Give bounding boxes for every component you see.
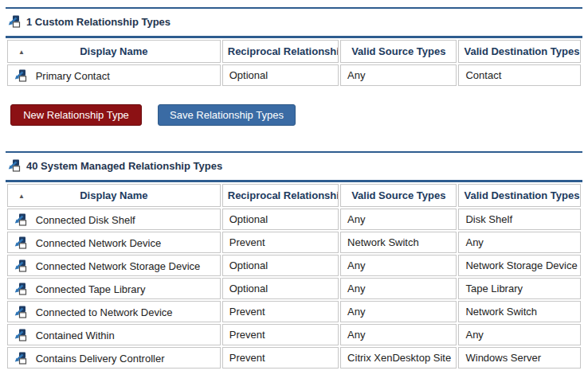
destination-types-cell[interactable]: Any [458, 232, 581, 253]
column-header-display-name[interactable]: ▲ Display Name [7, 184, 221, 207]
destination-types-cell[interactable]: Contact [458, 64, 581, 86]
section-custom-relationship-types: 1 Custom Relationship Types ▲ Display Na… [6, 7, 582, 126]
table-row[interactable]: Connected to Network Device Prevent Any … [7, 301, 581, 322]
section-title-label: 40 System Managed Relationship Types [26, 160, 222, 172]
table-row[interactable]: Contains Delivery Controller Prevent Cit… [7, 347, 581, 369]
relationship-icon [14, 283, 27, 295]
relationship-icon [8, 15, 21, 28]
display-name-cell[interactable]: Connected to Network Device [7, 301, 221, 322]
system-managed-relationship-grid: ▲ Display Name Reciprocal Relationship V… [6, 180, 582, 370]
reciprocal-cell[interactable]: Prevent [222, 324, 339, 345]
source-types-cell[interactable]: Citrix XenDesktop Site [340, 347, 457, 369]
relationship-icon [14, 236, 27, 249]
display-name-cell[interactable]: Contained Within [7, 324, 221, 345]
custom-relationship-grid: ▲ Display Name Reciprocal Relationship V… [6, 36, 582, 88]
column-header-valid-destination-types[interactable]: Valid Destination Types [458, 40, 581, 63]
reciprocal-cell[interactable]: Optional [222, 209, 339, 230]
relationship-types-page: 1 Custom Relationship Types ▲ Display Na… [0, 0, 588, 370]
destination-types-cell[interactable]: Tape Library [458, 278, 581, 299]
display-name-cell[interactable]: Connected Network Storage Device [7, 255, 221, 276]
section-divider [6, 7, 582, 9]
source-types-cell[interactable]: Any [340, 209, 457, 230]
new-relationship-type-button[interactable]: New Relationship Type [10, 104, 142, 126]
sort-ascending-icon: ▲ [18, 192, 25, 199]
source-types-cell[interactable]: Any [340, 255, 457, 276]
display-name-cell[interactable]: Connected Disk Shelf [7, 209, 221, 230]
section-system-managed-relationship-types: 40 System Managed Relationship Types ▲ D… [6, 151, 582, 370]
reciprocal-cell[interactable]: Prevent [222, 301, 339, 322]
display-name-cell[interactable]: Connected Network Device [7, 232, 221, 253]
source-types-cell[interactable]: Any [340, 324, 457, 345]
column-header-display-name[interactable]: ▲ Display Name [7, 40, 221, 63]
reciprocal-cell[interactable]: Optional [222, 278, 339, 299]
relationship-icon [14, 329, 27, 341]
relationship-icon [14, 259, 27, 272]
destination-types-cell[interactable]: Disk Shelf [458, 209, 581, 230]
reciprocal-cell[interactable]: Optional [222, 255, 339, 276]
table-row[interactable]: Contained Within Prevent Any Any [7, 324, 581, 345]
relationship-icon [14, 69, 27, 82]
source-types-cell[interactable]: Any [340, 64, 457, 86]
column-header-reciprocal-relationship[interactable]: Reciprocal Relationship [222, 40, 339, 63]
action-buttons: New Relationship Type Save Relationship … [10, 104, 582, 126]
source-types-cell[interactable]: Network Switch [340, 232, 457, 253]
destination-types-cell[interactable]: Windows Server [458, 347, 581, 369]
table-row[interactable]: Connected Network Storage Device Optiona… [7, 255, 581, 276]
reciprocal-cell[interactable]: Prevent [222, 347, 339, 369]
display-name-cell[interactable]: Contains Delivery Controller [7, 347, 221, 369]
source-types-cell[interactable]: Any [340, 301, 457, 322]
header-row: ▲ Display Name Reciprocal Relationship V… [7, 40, 581, 63]
reciprocal-cell[interactable]: Optional [222, 64, 339, 86]
display-name-cell[interactable]: Primary Contact [7, 64, 221, 86]
column-header-valid-source-types[interactable]: Valid Source Types [340, 184, 457, 207]
relationship-icon [14, 352, 27, 365]
source-types-cell[interactable]: Any [340, 278, 457, 299]
reciprocal-cell[interactable]: Prevent [222, 232, 339, 253]
relationship-icon [14, 213, 27, 226]
section-divider [6, 151, 582, 153]
destination-types-cell[interactable]: Network Switch [458, 301, 581, 322]
display-name-cell[interactable]: Connected Tape Library [7, 278, 221, 299]
section-title-custom: 1 Custom Relationship Types [8, 14, 580, 29]
relationship-icon [14, 306, 27, 318]
destination-types-cell[interactable]: Any [458, 324, 581, 345]
column-header-valid-source-types[interactable]: Valid Source Types [340, 40, 457, 63]
table-row[interactable]: Connected Disk Shelf Optional Any Disk S… [7, 209, 581, 230]
relationship-icon [8, 159, 21, 172]
section-title-label: 1 Custom Relationship Types [26, 16, 171, 28]
sort-ascending-icon: ▲ [18, 48, 25, 55]
header-row: ▲ Display Name Reciprocal Relationship V… [7, 184, 581, 207]
section-title-system-managed: 40 System Managed Relationship Types [8, 158, 580, 173]
table-row[interactable]: Primary Contact Optional Any Contact [7, 64, 581, 86]
destination-types-cell[interactable]: Network Storage Device [458, 255, 581, 276]
table-row[interactable]: Connected Tape Library Optional Any Tape… [7, 278, 581, 299]
column-header-valid-destination-types[interactable]: Valid Destination Types [458, 184, 581, 207]
column-header-reciprocal-relationship[interactable]: Reciprocal Relationship [222, 184, 339, 207]
table-row[interactable]: Connected Network Device Prevent Network… [7, 232, 581, 253]
save-relationship-types-button[interactable]: Save Relationship Types [158, 104, 296, 126]
